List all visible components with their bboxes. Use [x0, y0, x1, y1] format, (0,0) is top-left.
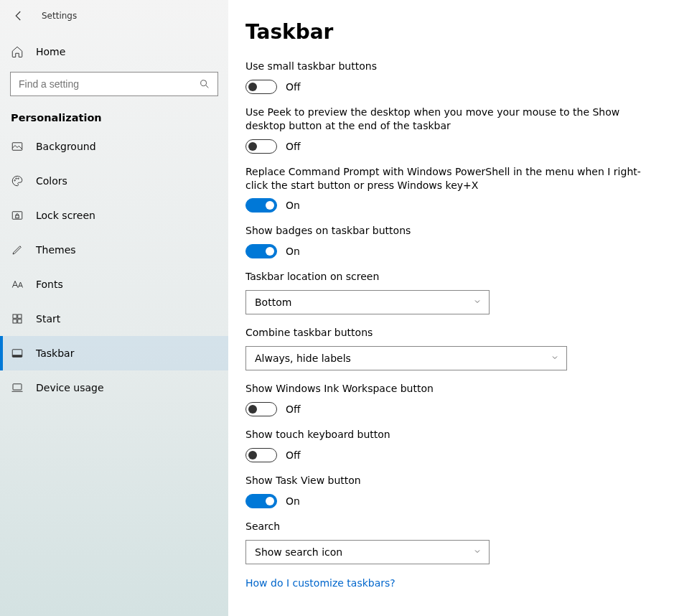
toggle-state-label: On: [286, 246, 300, 257]
search-input[interactable]: [19, 78, 193, 90]
toggle-state-label: Off: [286, 449, 301, 461]
dropdown-value: Show search icon: [255, 546, 342, 558]
sidebar-item-taskbar[interactable]: Taskbar: [0, 336, 228, 370]
sidebar-item-label: Background: [36, 141, 96, 152]
dropdown-value: Bottom: [255, 297, 291, 308]
svg-point-2: [14, 180, 16, 182]
toggle-state-label: Off: [286, 81, 301, 93]
sidebar-item-label: Device usage: [36, 382, 104, 393]
sidebar: Settings Home Personalization Background…: [0, 0, 228, 616]
svg-rect-10: [18, 319, 22, 323]
main-panel: Taskbar Use small taskbar buttonsOffUse …: [228, 0, 674, 616]
setting-label: Search: [245, 520, 647, 533]
setting-label: Show Windows Ink Workspace button: [245, 382, 647, 396]
svg-rect-9: [13, 319, 17, 323]
chevron-down-icon: [473, 546, 482, 558]
toggle-state-label: Off: [286, 141, 301, 152]
lockscreen-icon: [11, 209, 24, 222]
toggle-state-label: On: [286, 495, 300, 507]
svg-rect-7: [13, 314, 17, 318]
toggle-peek-preview[interactable]: [245, 139, 277, 154]
setting-label: Taskbar location on screen: [245, 270, 647, 284]
toggle-task-view[interactable]: [245, 494, 277, 508]
dropdown-taskbar-location[interactable]: Bottom: [245, 290, 490, 314]
window-title: Settings: [42, 11, 77, 21]
dropdown-value: Always, hide labels: [255, 353, 351, 364]
image-icon: [11, 140, 24, 153]
sidebar-item-fonts[interactable]: Fonts: [0, 267, 228, 302]
sidebar-item-label: Taskbar: [36, 347, 74, 359]
dropdown-combine-buttons[interactable]: Always, hide labels: [245, 346, 567, 370]
sidebar-item-colors[interactable]: Colors: [0, 164, 228, 198]
setting-label: Replace Command Prompt with Windows Powe…: [245, 165, 647, 192]
home-icon: [11, 45, 24, 58]
chevron-down-icon: [473, 297, 482, 308]
help-link-customize[interactable]: How do I customize taskbars?: [245, 577, 674, 589]
setting-ink-workspace: Show Windows Ink Workspace buttonOff: [245, 382, 647, 416]
setting-label: Show touch keyboard button: [245, 428, 647, 442]
back-button[interactable]: [11, 9, 26, 23]
sidebar-item-label: Fonts: [36, 279, 63, 290]
search-input-wrapper: [10, 72, 218, 96]
svg-rect-8: [18, 314, 22, 318]
toggle-state-label: Off: [286, 403, 301, 415]
setting-combine-buttons: Combine taskbar buttonsAlways, hide labe…: [245, 326, 647, 370]
start-icon: [11, 312, 24, 325]
setting-search-mode: SearchShow search icon: [245, 520, 647, 564]
setting-taskbar-location: Taskbar location on screenBottom: [245, 270, 647, 314]
svg-rect-12: [12, 355, 22, 357]
toggle-show-badges[interactable]: [245, 244, 277, 258]
setting-label: Use small taskbar buttons: [245, 60, 647, 73]
svg-point-0: [201, 80, 207, 86]
sidebar-item-background[interactable]: Background: [0, 129, 228, 164]
svg-rect-6: [16, 215, 19, 218]
setting-show-badges: Show badges on taskbar buttonsOn: [245, 224, 647, 258]
sidebar-item-lock-screen[interactable]: Lock screen: [0, 198, 228, 233]
setting-touch-keyboard: Show touch keyboard buttonOff: [245, 428, 647, 462]
toggle-state-label: On: [286, 200, 300, 211]
sidebar-home-label: Home: [36, 46, 65, 57]
laptop-icon: [11, 381, 24, 394]
sidebar-item-label: Start: [36, 313, 60, 325]
toggle-ink-workspace[interactable]: [245, 402, 277, 416]
setting-label: Combine taskbar buttons: [245, 326, 647, 340]
sidebar-item-themes[interactable]: Themes: [0, 233, 228, 267]
sidebar-item-start[interactable]: Start: [0, 302, 228, 336]
toggle-small-buttons[interactable]: [245, 80, 277, 94]
sidebar-item-device-usage[interactable]: Device usage: [0, 370, 228, 405]
sidebar-home[interactable]: Home: [0, 36, 228, 67]
setting-powershell-replace: Replace Command Prompt with Windows Powe…: [245, 165, 647, 213]
setting-label: Show Task View button: [245, 474, 647, 487]
sidebar-item-label: Themes: [36, 244, 76, 256]
setting-label: Use Peek to preview the desktop when you…: [245, 106, 647, 133]
sidebar-item-label: Colors: [36, 175, 67, 187]
toggle-powershell-replace[interactable]: [245, 198, 277, 213]
palette-icon: [11, 174, 24, 187]
setting-task-view: Show Task View buttonOn: [245, 474, 647, 508]
setting-peek-preview: Use Peek to preview the desktop when you…: [245, 106, 647, 154]
setting-small-buttons: Use small taskbar buttonsOff: [245, 60, 647, 94]
sidebar-section-title: Personalization: [0, 96, 228, 129]
taskbar-icon: [11, 347, 24, 360]
dropdown-search-mode[interactable]: Show search icon: [245, 540, 490, 564]
pencil-icon: [11, 243, 24, 256]
fonts-icon: [11, 278, 24, 291]
page-title: Taskbar: [245, 20, 674, 44]
sidebar-item-label: Lock screen: [36, 210, 95, 221]
setting-label: Show badges on taskbar buttons: [245, 224, 647, 238]
svg-rect-13: [13, 384, 22, 390]
chevron-down-icon: [551, 353, 559, 364]
search-icon: [199, 78, 210, 90]
svg-point-3: [16, 178, 17, 179]
toggle-touch-keyboard[interactable]: [245, 448, 277, 462]
svg-point-4: [18, 178, 19, 179]
